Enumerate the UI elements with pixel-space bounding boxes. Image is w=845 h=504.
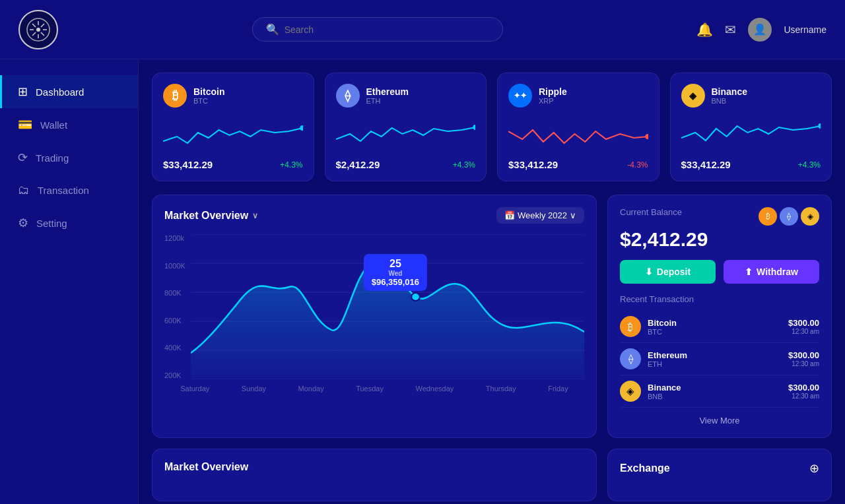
btc-name: Bitcoin [193,86,224,97]
svg-line-7 [41,32,44,36]
svg-point-11 [473,125,475,130]
chart-x-labels: Saturday Sunday Monday Tuesday Wednesday… [164,385,584,393]
withdraw-button[interactable]: ⬆ Withdraw [724,260,819,284]
market-card2-title: Market Overview [164,461,584,473]
sidebar-item-wallet[interactable]: 💳 Wallet [0,108,138,141]
svg-line-9 [32,32,36,36]
tx-btc-icon: ₿ [620,316,641,337]
balance-coin-icons: ₿ ⟠ ◈ [759,207,819,226]
tx-bnb-time: 12:30 am [788,393,819,400]
bnb-price: $33,412.29 [681,159,731,170]
calendar-icon: 📅 [504,210,515,220]
sidebar-item-dashboard[interactable]: ⊞ Dashboard [0,75,138,108]
bnb-symbol: BNB [712,97,747,105]
xrp-symbol: XRP [539,97,567,105]
svg-line-8 [41,24,44,27]
xrp-change: -4.3% [627,160,648,170]
btc-price: $33,412.29 [163,159,213,170]
crypto-cards-row: ₿ Bitcoin BTC $33,412.29 +4.3% [152,73,832,181]
trading-icon: ⟳ [18,150,28,165]
sidebar-item-setting[interactable]: ⚙ Setting [0,206,138,239]
eth-price: $2,412.29 [336,159,380,170]
btc-change: +4.3% [280,160,302,170]
tx-item-btc: ₿ Bitcoin BTC $300.00 12:30 am [620,311,819,343]
tx-btc-time: 12:30 am [788,328,819,335]
eth-symbol: ETH [366,97,409,105]
tx-bnb-name: Binance [648,383,681,393]
balance-eth-icon: ⟠ [780,207,798,226]
header: 🔍 🔔 ✉ 👤 Username [0,0,845,59]
sidebar-item-trading[interactable]: ⟳ Trading [0,141,138,174]
tx-bnb-icon: ◈ [620,381,641,402]
market-title-dropdown[interactable]: ∨ [252,211,258,220]
svg-point-20 [411,293,420,301]
balance-actions: ⬇ Deposit ⬆ Withdraw [620,260,819,284]
main-content: ₿ Bitcoin BTC $33,412.29 +4.3% [139,59,845,504]
eth-icon: ⟠ [336,84,360,108]
notification-icon[interactable]: 🔔 [696,22,713,38]
recent-tx-label: Recent Transaction [620,294,819,304]
btc-symbol: BTC [193,97,224,105]
period-dropdown[interactable]: 📅 Weekly 2022 ∨ [496,207,584,224]
tx-eth-time: 12:30 am [788,360,819,367]
main-chart-svg [191,234,584,379]
xrp-name: Ripple [539,86,567,97]
market-overview-title: Market Overview ∨ [164,210,258,222]
mail-icon[interactable]: ✉ [725,22,736,38]
view-more-button[interactable]: View More [620,416,819,425]
sidebar-label-setting: Setting [36,218,67,229]
tx-bnb-amount: $300.00 [788,383,819,393]
sidebar-label-transaction: Transaction [38,185,89,196]
balance-label: Current Balance [620,207,682,217]
market-overview-card: Market Overview ∨ 📅 Weekly 2022 ∨ 1200k … [152,195,597,438]
balance-card: Current Balance ₿ ⟠ ◈ $2,412.29 ⬇ Deposi… [607,195,832,438]
logo-icon [18,10,58,49]
sidebar-label-wallet: Wallet [40,119,67,131]
sidebar: ⊞ Dashboard 💳 Wallet ⟳ Trading 🗂 Transac… [0,59,139,504]
svg-line-6 [32,24,36,27]
transaction-icon: 🗂 [18,183,30,197]
deposit-button[interactable]: ⬇ Deposit [620,260,716,284]
crypto-card-xrp: ✦✦ Ripple XRP $33,412.29 -4.3% [497,73,659,181]
chart-area: 1200k 1000K 800K 600K 400K 200K 25 Wed $… [164,234,584,412]
search-icon: 🔍 [266,23,279,36]
bnb-icon: ◈ [681,84,705,108]
exchange-card: Exchange ⊕ [607,449,832,501]
xrp-icon: ✦✦ [508,84,532,108]
avatar: 👤 [748,18,772,42]
balance-bnb-icon: ◈ [801,207,819,226]
eth-change: +4.3% [453,160,475,170]
bnb-name: Binance [712,86,747,97]
bnb-change: +4.3% [798,160,821,170]
exchange-icon[interactable]: ⊕ [809,461,819,476]
dashboard-icon: ⊞ [18,84,28,99]
sidebar-item-transaction[interactable]: 🗂 Transaction [0,174,138,206]
svg-point-10 [300,125,302,131]
eth-name: Ethereum [366,86,409,97]
crypto-card-btc: ₿ Bitcoin BTC $33,412.29 +4.3% [152,73,314,181]
btc-icon: ₿ [163,84,187,108]
market-card2: Market Overview [152,449,597,501]
bottom-row2: Market Overview Exchange ⊕ [152,449,832,504]
tx-btc-amount: $300.00 [788,318,819,328]
tx-btc-name: Bitcoin [648,318,677,328]
tx-eth-amount: $300.00 [788,350,819,360]
balance-btc-icon: ₿ [759,207,777,226]
tx-item-bnb: ◈ Binance BNB $300.00 12:30 am [620,375,819,408]
wallet-icon: 💳 [18,117,32,132]
setting-icon: ⚙ [18,216,28,230]
exchange-title: Exchange [620,462,670,474]
svg-point-13 [818,123,821,129]
tx-bnb-symbol: BNB [648,393,681,400]
crypto-card-eth: ⟠ Ethereum ETH $2,412.29 +4.3% [325,73,487,181]
bottom-section: Market Overview ∨ 📅 Weekly 2022 ∨ 1200k … [152,195,832,438]
svg-point-12 [645,134,648,139]
sidebar-label-dashboard: Dashboard [36,86,84,98]
search-bar[interactable]: 🔍 [252,17,503,42]
crypto-card-bnb: ◈ Binance BNB $33,412.29 +4.3% [670,73,832,181]
search-input[interactable] [285,24,489,35]
username-label: Username [784,24,827,35]
tx-btc-symbol: BTC [648,328,677,336]
svg-point-1 [36,28,40,32]
tx-eth-name: Ethereum [648,350,687,360]
